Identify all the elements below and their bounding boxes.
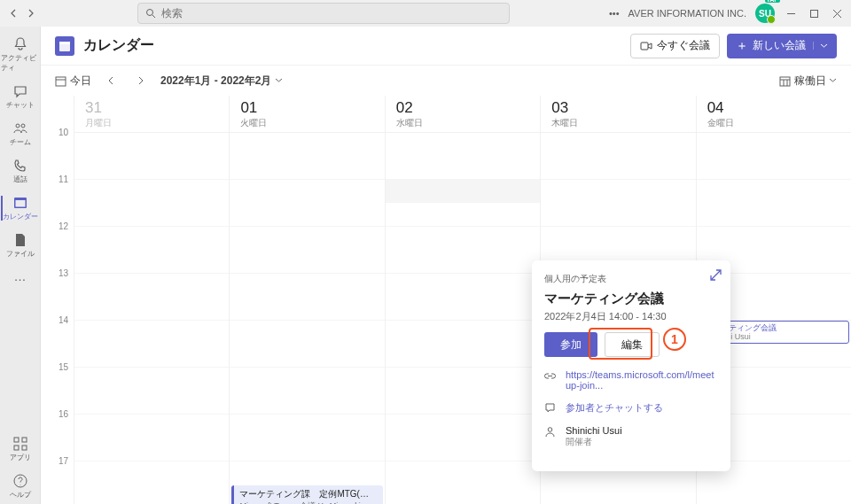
organizer-role: 開催者 <box>566 436 622 448</box>
view-selector[interactable]: 稼働日 <box>794 74 837 89</box>
rail-help[interactable]: ヘルプ <box>1 469 40 504</box>
rail-files[interactable]: ファイル <box>1 228 40 263</box>
rail-activity[interactable]: アクティビティ <box>1 32 40 77</box>
annotation-badge: 1 <box>663 328 686 351</box>
svg-rect-14 <box>56 77 66 86</box>
close-button[interactable] <box>830 6 844 20</box>
chat-with-participants[interactable]: 参加者とチャットする <box>566 401 663 415</box>
next-button[interactable] <box>132 76 148 85</box>
day-column-mon[interactable]: 31月曜日 <box>74 96 230 504</box>
avatar[interactable]: SU <box>755 4 775 23</box>
chevron-down-icon[interactable] <box>813 42 828 50</box>
page-title: カレンダー <box>83 36 154 55</box>
event-details-popup: 個人用の予定表 マーケティング会議 2022年2月4日 14:00 - 14:3… <box>532 260 730 471</box>
event-recurring-mtg[interactable]: マーケティング課 定例MTG(臼井さん、宮崎) Microsoft Teams … <box>231 485 382 504</box>
day-column-tue[interactable]: 01火曜日 マーケティング課 定例MTG(臼井さん、宮崎) Microsoft … <box>230 96 385 504</box>
svg-rect-9 <box>22 446 27 450</box>
teams-icon <box>12 120 28 136</box>
org-name: AVER INFORMATION INC. <box>628 8 746 19</box>
phone-icon <box>12 158 28 174</box>
popup-event-title: マーケティング会議 <box>544 291 718 307</box>
popup-calendar-label: 個人用の予定表 <box>544 273 718 285</box>
chevron-down-icon <box>829 76 837 84</box>
svg-point-0 <box>146 10 152 16</box>
svg-point-16 <box>548 428 552 432</box>
today-button[interactable]: 今日 <box>55 74 91 89</box>
app-rail: アクティビティ チャット チーム 通話 カレンダー ファイル … アプリ <box>0 27 41 504</box>
expand-icon[interactable] <box>710 269 722 281</box>
svg-rect-6 <box>14 438 19 442</box>
apps-icon <box>12 436 28 452</box>
rail-calls[interactable]: 通話 <box>1 153 40 189</box>
link-icon <box>544 370 557 382</box>
svg-rect-8 <box>14 446 19 450</box>
calendar-view-icon <box>779 75 791 87</box>
back-button[interactable] <box>7 6 21 20</box>
calendar-icon <box>12 195 28 211</box>
rail-chat[interactable]: チャット <box>1 79 40 114</box>
maximize-button[interactable] <box>807 6 821 20</box>
meeting-link[interactable]: https://teams.microsoft.com/l/meetup-joi… <box>566 369 718 391</box>
svg-rect-1 <box>810 10 817 17</box>
forward-button[interactable] <box>23 6 37 20</box>
minimize-button[interactable] <box>784 6 798 20</box>
date-range[interactable]: 2022年1月 - 2022年2月 <box>160 74 283 89</box>
search-icon <box>145 8 156 19</box>
day-column-wed[interactable]: 02水曜日 <box>386 96 541 504</box>
edit-button[interactable]: 編集 <box>605 332 660 357</box>
svg-rect-7 <box>22 438 27 442</box>
search-box[interactable] <box>137 3 510 24</box>
svg-point-2 <box>16 124 20 128</box>
chevron-down-icon <box>275 76 283 84</box>
rail-teams[interactable]: チーム <box>1 116 40 151</box>
svg-rect-5 <box>15 200 25 207</box>
help-icon <box>12 473 28 489</box>
video-icon <box>640 40 652 52</box>
prev-button[interactable] <box>104 76 120 85</box>
bell-icon <box>12 36 28 52</box>
new-meeting-button[interactable]: ＋ 新しい会議 <box>727 34 837 58</box>
svg-point-3 <box>21 124 25 128</box>
join-button[interactable]: 参加 <box>544 332 597 357</box>
person-icon <box>544 426 557 438</box>
calendar-small-icon <box>55 75 66 87</box>
time-column: 1011121314151617 <box>41 96 74 504</box>
more-icon[interactable]: ••• <box>609 8 620 19</box>
popup-event-time: 2022年2月4日 14:00 - 14:30 <box>544 310 718 323</box>
plus-icon: ＋ <box>736 38 748 54</box>
chat-icon <box>12 83 28 99</box>
svg-rect-12 <box>59 42 70 44</box>
rail-more[interactable]: … <box>1 265 40 288</box>
meet-now-button[interactable]: 今すぐ会議 <box>630 34 720 58</box>
file-icon <box>12 232 28 248</box>
rail-calendar[interactable]: カレンダー <box>1 190 40 226</box>
rail-apps[interactable]: アプリ <box>1 431 40 467</box>
search-input[interactable] <box>161 7 502 19</box>
svg-rect-13 <box>641 43 648 50</box>
svg-rect-15 <box>780 77 790 86</box>
organizer-name: Shinichi Usui <box>566 425 622 436</box>
chat-icon <box>544 402 557 414</box>
calendar-header-icon <box>55 36 74 56</box>
